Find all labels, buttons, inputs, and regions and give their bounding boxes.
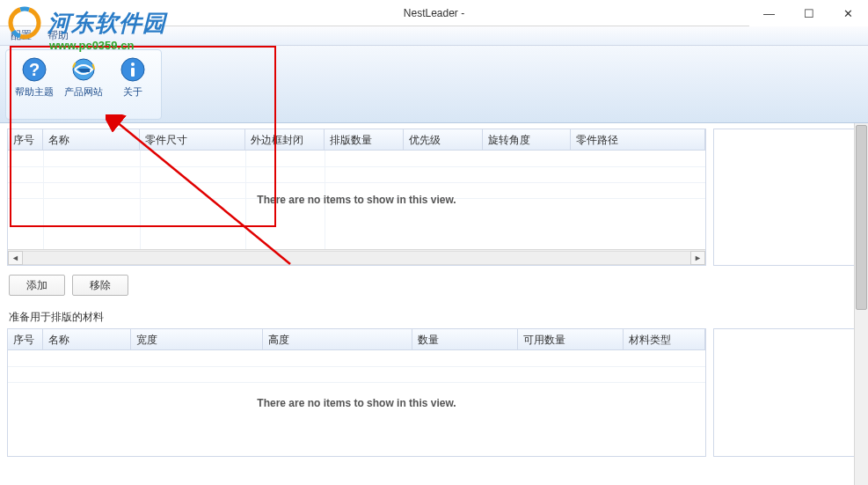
parts-table-header: 序号 名称 零件尺寸 外边框封闭 排版数量 优先级 旋转角度 零件路径	[8, 129, 705, 151]
materials-table-header: 序号 名称 宽度 高度 数量 可用数量 材料类型	[8, 329, 705, 350]
mcol-avail-qty[interactable]: 可用数量	[518, 329, 624, 349]
mcol-qty[interactable]: 数量	[412, 329, 518, 349]
menu-config[interactable]: 配置	[11, 28, 32, 43]
window-controls: — ☐ ✕	[749, 0, 868, 26]
vertical-scrollbar[interactable]	[854, 123, 868, 485]
ribbon-group-help: ? 帮助主题 产品网站 关于	[5, 49, 162, 120]
materials-label: 准备用于排版的材料	[9, 310, 861, 325]
help-topic-button[interactable]: ? 帮助主题	[11, 54, 57, 117]
product-site-button[interactable]: 产品网站	[61, 54, 106, 117]
materials-preview-panel	[713, 328, 861, 457]
col-name[interactable]: 名称	[43, 129, 140, 150]
menubar: 配置 帮助	[0, 26, 868, 46]
help-icon: ?	[20, 55, 48, 84]
scroll-left-icon[interactable]: ◄	[8, 251, 23, 265]
info-icon	[119, 55, 147, 84]
col-priority[interactable]: 优先级	[404, 129, 483, 150]
mcol-mat-type[interactable]: 材料类型	[624, 329, 705, 349]
col-part-size[interactable]: 零件尺寸	[140, 129, 245, 150]
parts-hscrollbar[interactable]: ◄ ►	[8, 249, 705, 265]
materials-empty-message: There are no items to show in this view.	[257, 397, 456, 409]
parts-empty-message: There are no items to show in this view.	[257, 194, 456, 206]
window-title: NestLeader -	[404, 7, 464, 19]
remove-button[interactable]: 移除	[72, 275, 128, 296]
materials-table-body: There are no items to show in this view.	[8, 350, 705, 456]
col-outer-closed[interactable]: 外边框封闭	[245, 129, 325, 150]
scroll-right-icon[interactable]: ►	[690, 251, 705, 265]
menu-help[interactable]: 帮助	[47, 28, 69, 43]
window-titlebar: NestLeader - — ☐ ✕	[0, 0, 868, 26]
about-button[interactable]: 关于	[110, 54, 156, 117]
vscroll-thumb[interactable]	[856, 125, 867, 310]
mcol-name[interactable]: 名称	[43, 329, 131, 349]
maximize-icon: ☐	[804, 7, 814, 20]
col-nest-qty[interactable]: 排版数量	[325, 129, 404, 150]
svg-text:?: ?	[29, 60, 40, 79]
mcol-height[interactable]: 高度	[263, 329, 412, 349]
close-button[interactable]: ✕	[828, 0, 868, 26]
product-site-label: 产品网站	[64, 86, 103, 98]
minimize-icon: —	[763, 7, 775, 20]
close-icon: ✕	[843, 7, 853, 20]
help-topic-label: 帮助主题	[15, 86, 54, 98]
svg-point-5	[131, 62, 135, 66]
col-seq[interactable]: 序号	[8, 129, 43, 150]
add-button[interactable]: 添加	[9, 275, 65, 296]
svg-rect-6	[131, 68, 135, 77]
parts-button-row: 添加 移除	[7, 266, 706, 305]
parts-preview-panel	[713, 129, 861, 266]
mcol-width[interactable]: 宽度	[131, 329, 263, 349]
col-part-path[interactable]: 零件路径	[571, 129, 705, 150]
maximize-button[interactable]: ☐	[789, 0, 828, 26]
parts-table-body: There are no items to show in this view.	[8, 151, 705, 249]
minimize-button[interactable]: —	[749, 0, 789, 26]
about-label: 关于	[123, 86, 142, 98]
mcol-seq[interactable]: 序号	[8, 329, 43, 349]
col-rotate-angle[interactable]: 旋转角度	[483, 129, 571, 150]
scroll-track[interactable]	[23, 251, 690, 265]
ie-icon	[69, 55, 98, 84]
materials-table: 序号 名称 宽度 高度 数量 可用数量 材料类型 There are no it…	[7, 328, 706, 457]
content-area: 序号 名称 零件尺寸 外边框封闭 排版数量 优先级 旋转角度 零件路径	[0, 123, 868, 462]
ribbon: ? 帮助主题 产品网站 关于	[0, 46, 868, 123]
parts-table: 序号 名称 零件尺寸 外边框封闭 排版数量 优先级 旋转角度 零件路径	[7, 129, 706, 266]
